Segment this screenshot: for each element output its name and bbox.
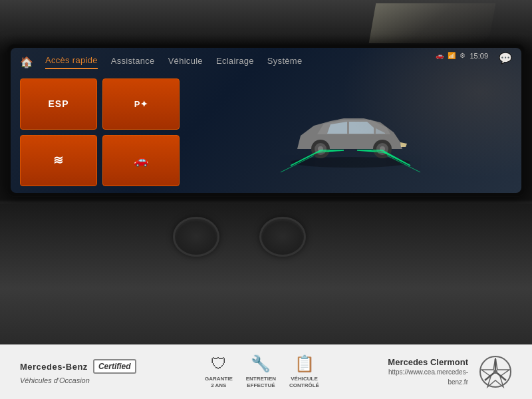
dealer-name: Mercedes Clermont	[388, 357, 468, 367]
lane-assist-button[interactable]: ≋	[20, 135, 97, 186]
guarantee-item-service: 🔧 ENTRETIENEFFECTUÉ	[246, 354, 276, 390]
home-icon[interactable]: 🏠	[20, 56, 33, 68]
tab-acces-rapide[interactable]: Accès rapide	[45, 55, 98, 69]
car-image	[277, 89, 424, 176]
page-layout: 🚗 📶 ⚙ 15:09 💬 🏠 Accès rapide Assistance …	[0, 0, 532, 399]
parking-label: P✦	[134, 99, 148, 109]
right-vent	[259, 217, 306, 257]
navigation-tabs: 🏠 Accès rapide Assistance Véhicule Eclai…	[11, 48, 521, 72]
quick-access-buttons: ESP P✦ ≋ 🚗	[20, 78, 180, 186]
dealer-info: Mercedes Clermont https://www.cea.merced…	[388, 357, 468, 387]
control-icon: 📋	[295, 354, 315, 373]
mercedes-star-logo	[479, 355, 512, 388]
car-visualization	[189, 78, 512, 186]
esp-button[interactable]: ESP	[20, 78, 97, 130]
vent-area	[226, 217, 306, 257]
left-vent	[173, 217, 219, 257]
certified-badge: Certified	[93, 359, 136, 374]
tab-vehicule[interactable]: Véhicule	[168, 56, 203, 68]
tab-systeme[interactable]: Système	[267, 56, 303, 68]
warranty-icon: 🛡	[211, 354, 227, 373]
esp-label: ESP	[48, 98, 68, 109]
screen-wrapper: 🚗 📶 ⚙ 15:09 💬 🏠 Accès rapide Assistance …	[0, 55, 532, 200]
service-icon: 🔧	[251, 354, 271, 373]
dealer-footer: Mercedes-Benz Certified Véhicules d'Occa…	[0, 344, 532, 399]
vehicle-button[interactable]: 🚗	[102, 135, 180, 186]
tab-eclairage[interactable]: Eclairage	[216, 56, 254, 68]
guarantee-section: 🛡 GARANTIE2 ANS 🔧 ENTRETIENEFFECTUÉ 📋 VÉ…	[205, 354, 319, 390]
svg-point-8	[493, 370, 497, 374]
parking-button[interactable]: P✦	[102, 78, 180, 130]
lane-icon: ≋	[53, 153, 64, 168]
dashboard-area	[0, 203, 532, 344]
service-label: ENTRETIENEFFECTUÉ	[246, 376, 276, 390]
dealer-url: https://www.cea.mercedes-benz.fr	[388, 367, 468, 387]
guarantee-item-control: 📋 VÉHICULECONTRÔLÉ	[289, 354, 319, 390]
warranty-label: GARANTIE2 ANS	[205, 376, 233, 390]
guarantee-item-warranty: 🛡 GARANTIE2 ANS	[205, 354, 233, 390]
screen-bezel: 🚗 📶 ⚙ 15:09 💬 🏠 Accès rapide Assistance …	[7, 44, 525, 197]
screen-content: ESP P✦ ≋ 🚗	[11, 72, 521, 193]
mb-logo-section: Mercedes-Benz Certified Véhicules d'Occa…	[20, 359, 136, 384]
dealer-section: Mercedes Clermont https://www.cea.merced…	[388, 355, 512, 388]
vehicle-icon-btn: 🚗	[134, 153, 149, 168]
tab-assistance[interactable]: Assistance	[111, 56, 155, 68]
windshield-reflection	[369, 3, 496, 43]
vehicles-occasion-label: Véhicules d'Occasion	[20, 376, 90, 384]
mb-brand-name: Mercedes-Benz	[20, 362, 88, 372]
infotainment-screen: 🚗 📶 ⚙ 15:09 💬 🏠 Accès rapide Assistance …	[11, 48, 521, 193]
control-label: VÉHICULECONTRÔLÉ	[289, 376, 319, 390]
mb-certified: Mercedes-Benz Certified	[20, 359, 136, 374]
